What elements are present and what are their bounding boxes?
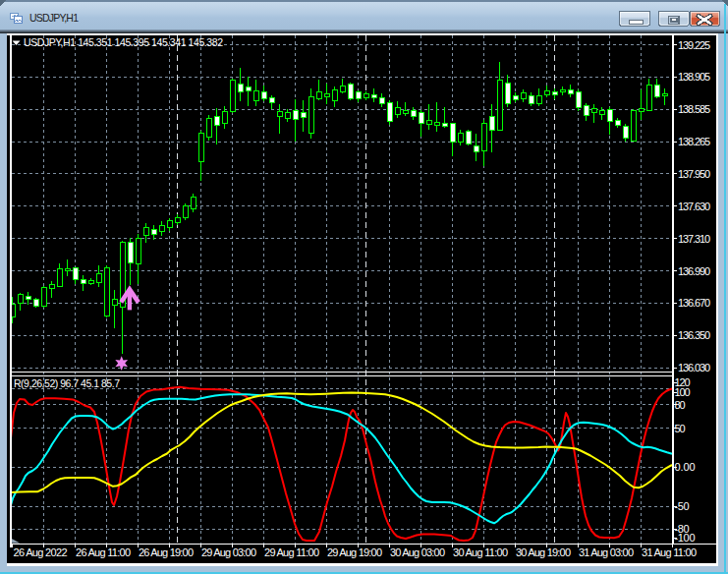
svg-text:31 Aug 11:00: 31 Aug 11:00	[642, 546, 697, 558]
svg-text:29 Aug 03:00: 29 Aug 03:00	[201, 546, 256, 558]
svg-text:138.265: 138.265	[678, 136, 710, 147]
svg-text:30 Aug 11:00: 30 Aug 11:00	[453, 546, 508, 558]
svg-text:R(9,26,52) 96.7 45.1 85.7: R(9,26,52) 96.7 45.1 85.7	[14, 377, 120, 389]
svg-text:USDJPY,H1: USDJPY,H1	[29, 12, 79, 24]
svg-text:29 Aug 19:00: 29 Aug 19:00	[327, 546, 382, 558]
svg-text:136.030: 136.030	[678, 362, 710, 373]
svg-text:29 Aug 11:00: 29 Aug 11:00	[264, 546, 319, 558]
svg-text:137.310: 137.310	[678, 233, 710, 245]
svg-text:137.630: 137.630	[678, 201, 710, 212]
svg-text:26 Aug 2022: 26 Aug 2022	[14, 546, 68, 558]
svg-text:100: 100	[675, 386, 691, 398]
svg-text:136.990: 136.990	[678, 265, 710, 277]
svg-text:-50: -50	[675, 500, 690, 512]
svg-text:138.905: 138.905	[678, 71, 710, 83]
svg-text:137.950: 137.950	[678, 168, 710, 180]
svg-text:26 Aug 11:00: 26 Aug 11:00	[76, 546, 131, 558]
svg-text:50: 50	[675, 423, 686, 434]
svg-text:26 Aug 19:00: 26 Aug 19:00	[139, 546, 194, 558]
svg-text:30 Aug 03:00: 30 Aug 03:00	[390, 546, 445, 558]
svg-text:80: 80	[675, 399, 686, 411]
svg-text:31 Aug 03:00: 31 Aug 03:00	[579, 546, 634, 558]
svg-text:30 Aug 19:00: 30 Aug 19:00	[516, 546, 571, 558]
svg-text:0.00: 0.00	[675, 461, 696, 473]
svg-text:138.585: 138.585	[678, 103, 710, 115]
svg-text:136.670: 136.670	[678, 297, 710, 309]
svg-text:USDJPY,H1 145.351 145.395 145.: USDJPY,H1 145.351 145.395 145.341 145.38…	[24, 36, 223, 48]
svg-text:-100: -100	[675, 532, 696, 544]
svg-text:139.225: 139.225	[678, 39, 710, 51]
svg-text:136.350: 136.350	[678, 329, 710, 341]
